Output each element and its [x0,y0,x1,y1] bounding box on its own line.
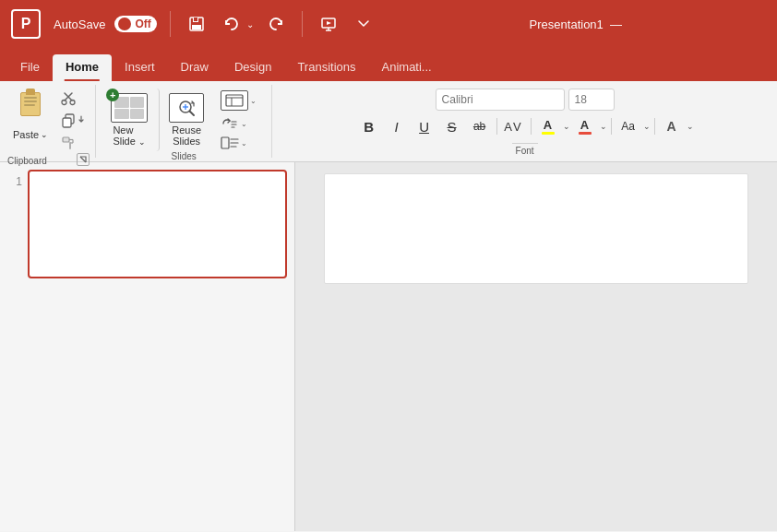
layout-icon [221,90,248,111]
clipboard-label: Clipboard [7,156,47,170]
layout-icons: ⌄ ⌄ [213,89,264,151]
paste-label: Paste ⌄ [13,129,48,140]
format-painter-button[interactable] [57,133,90,153]
layout-chevron: ⌄ [250,97,257,105]
font-group: B I U S ab AV A ⌄ A ⌄ Aa ⌄ [272,85,777,158]
svg-line-21 [80,157,86,162]
font-color-chevron[interactable]: ⌄ [600,122,607,131]
svg-marker-9 [327,21,331,25]
slide-number: 1 [7,170,22,188]
reset-chevron: ⌄ [241,120,247,128]
slide-thumbnail[interactable] [28,170,287,278]
layout-button[interactable]: ⌄ [217,89,260,112]
present-button[interactable] [316,11,341,37]
svg-rect-26 [226,95,243,106]
strikethrough-button[interactable]: S [439,114,465,138]
slides-group: + New Slide ⌄ [96,85,272,158]
autosave-label: AutoSave [54,18,105,31]
font-sep-4 [654,118,655,135]
font-size-input[interactable] [568,89,615,111]
font-sep-3 [611,118,612,135]
svg-rect-4 [194,18,197,21]
separator-1 [170,11,171,37]
save-button[interactable] [184,11,209,37]
highlight-label: A [544,118,552,132]
new-slide-icon: + [111,93,148,123]
section-button[interactable]: ⌄ [217,135,260,151]
main-area: 1 [0,162,777,531]
toggle-off-label: Off [135,18,150,30]
clipboard-group: Paste ⌄ [0,85,96,158]
tab-transitions[interactable]: Transitions [284,54,368,81]
svg-rect-15 [63,118,71,127]
tab-design[interactable]: Design [221,54,284,81]
toggle-circle [118,18,131,30]
highlight-color-button[interactable]: A [535,114,561,138]
new-slide-label: New Slide ⌄ [113,124,146,147]
ribbon-content: Paste ⌄ [0,81,777,162]
reset-button[interactable]: ⌄ [217,115,260,132]
edit-area [295,162,777,531]
tab-draw[interactable]: Draw [168,54,221,81]
svg-rect-16 [63,137,69,142]
undo-chevron[interactable]: ⌄ [246,19,254,30]
bold-button[interactable]: B [356,114,382,138]
slides-label: Slides [172,151,197,165]
slide-editor[interactable] [324,173,748,284]
font-group-label: Font [512,143,538,158]
highlight-bar [542,132,555,135]
font-color-bar [579,132,592,135]
more-button[interactable] [351,11,377,37]
font-name-input[interactable] [436,89,565,111]
highlight-chevron[interactable]: ⌄ [563,122,570,131]
reuse-slides-button[interactable]: Reuse Slides [161,89,211,151]
font-sep-1 [496,118,497,135]
tab-insert[interactable]: Insert [112,54,168,81]
underline-button[interactable]: U [412,114,437,138]
clipboard-right [57,89,90,153]
svg-rect-32 [221,137,229,148]
undo-group[interactable]: ⌄ [219,11,254,37]
paste-icon [14,92,47,127]
size-chevron[interactable]: ⌄ [643,122,651,131]
section-chevron: ⌄ [241,139,247,148]
clipboard-expand[interactable] [77,153,90,166]
paste-button[interactable]: Paste ⌄ [7,89,54,153]
font-color-label: A [580,118,589,132]
slide-item: 1 [7,170,287,278]
cut-button[interactable] [57,89,90,109]
strikethrough-ab-button[interactable]: ab [467,114,493,138]
font-toolbar: B I U S ab AV A ⌄ A ⌄ Aa ⌄ [356,114,694,138]
separator-2 [302,11,303,37]
italic-button[interactable]: I [384,114,410,138]
title-bar: P AutoSave Off ⌄ [0,0,777,48]
font-size-group[interactable]: Aa [616,114,641,138]
reuse-slides-label: Reuse Slides [172,124,201,147]
clear-format-button[interactable]: A [659,114,685,138]
svg-rect-5 [192,25,201,30]
reuse-slides-icon [169,93,204,123]
tab-animations[interactable]: Animati... [369,54,445,81]
ppt-logo: P [11,9,41,39]
window-title: Presentation1 — [386,18,766,31]
svg-line-23 [190,112,195,116]
new-slide-button[interactable]: + New Slide ⌄ [103,89,160,151]
autosave-toggle[interactable]: Off [114,16,156,32]
copy-button[interactable] [57,111,90,131]
ribbon-tabs: File Home Insert Draw Design Transitions… [0,48,777,81]
redo-button[interactable] [263,11,289,37]
clear-format-chevron[interactable]: ⌄ [687,122,694,131]
av-button[interactable]: AV [501,114,527,138]
tab-home[interactable]: Home [53,54,112,81]
undo-button[interactable] [219,11,245,37]
tab-file[interactable]: File [7,54,53,81]
slide-panel: 1 [0,162,295,531]
font-color-button[interactable]: A [572,114,598,138]
font-sep-2 [531,118,532,135]
